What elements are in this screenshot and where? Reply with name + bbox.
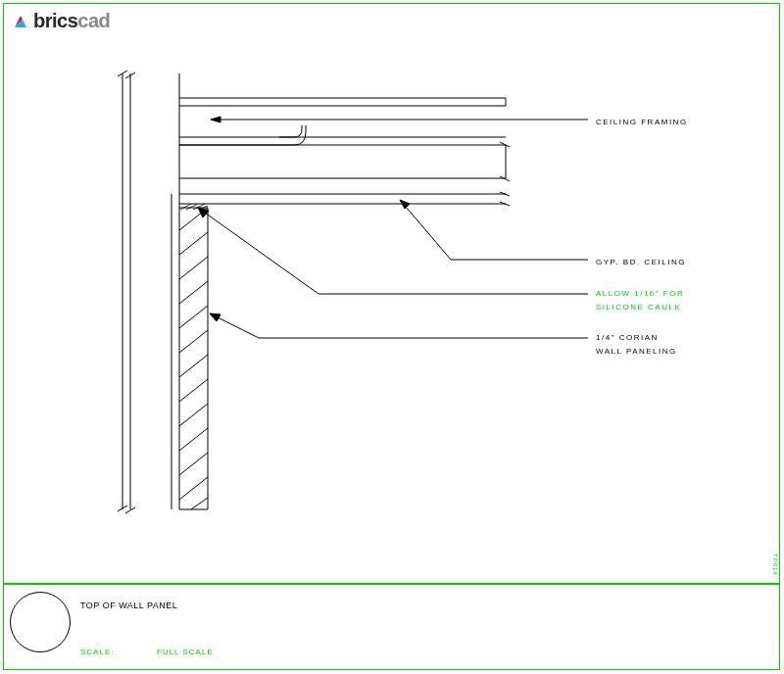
titleblock-divider <box>4 583 779 585</box>
label-ceiling-framing: CEILING FRAMING <box>596 116 688 129</box>
svg-line-28 <box>179 453 208 475</box>
svg-line-22 <box>179 306 208 328</box>
label-allow-caulk: ALLOW 1/16" FOR SILICONE CAULK <box>596 287 684 315</box>
svg-line-26 <box>179 404 208 426</box>
scale-value: FULL SCALE <box>157 648 214 656</box>
svg-line-20 <box>179 257 208 279</box>
label-corian-panel: 1/4" CORIAN WALL PANELING <box>596 331 677 360</box>
svg-marker-36 <box>211 117 220 122</box>
scale-label: SCALE: <box>80 648 114 656</box>
svg-line-31 <box>180 204 191 210</box>
svg-line-29 <box>179 477 208 500</box>
svg-line-41 <box>198 208 318 294</box>
svg-marker-42 <box>198 208 209 217</box>
svg-line-19 <box>179 232 208 255</box>
svg-line-27 <box>179 428 208 451</box>
side-reference: TP014 <box>772 554 778 576</box>
svg-marker-45 <box>210 313 220 321</box>
label-gyp-bd-ceiling: GYP. BD. CEILING <box>596 256 686 269</box>
svg-line-24 <box>179 355 208 377</box>
svg-line-30 <box>191 498 208 509</box>
svg-line-38 <box>400 200 451 260</box>
svg-line-21 <box>179 281 208 304</box>
drawing-title: TOP OF WALL PANEL <box>80 601 177 610</box>
detail-bubble <box>10 592 71 652</box>
svg-line-32 <box>186 204 198 210</box>
svg-line-23 <box>179 330 208 353</box>
svg-line-25 <box>179 379 208 402</box>
